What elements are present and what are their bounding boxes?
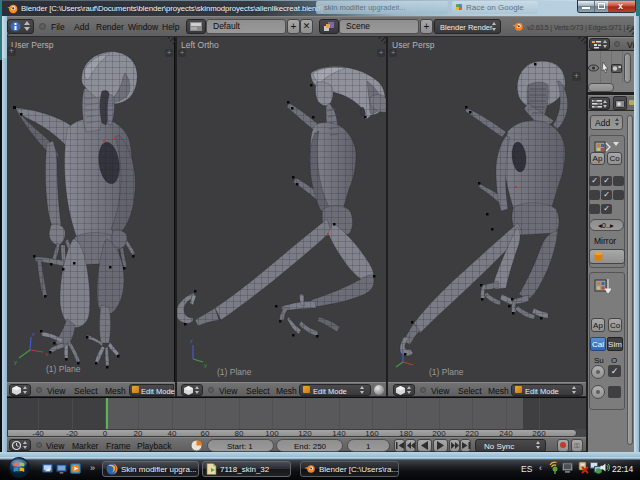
svg-text:x: x — [45, 351, 48, 357]
svg-text:y: y — [204, 362, 207, 368]
svg-text:z: z — [32, 331, 35, 337]
svg-text:z: z — [190, 338, 193, 344]
svg-text:y: y — [14, 359, 17, 365]
